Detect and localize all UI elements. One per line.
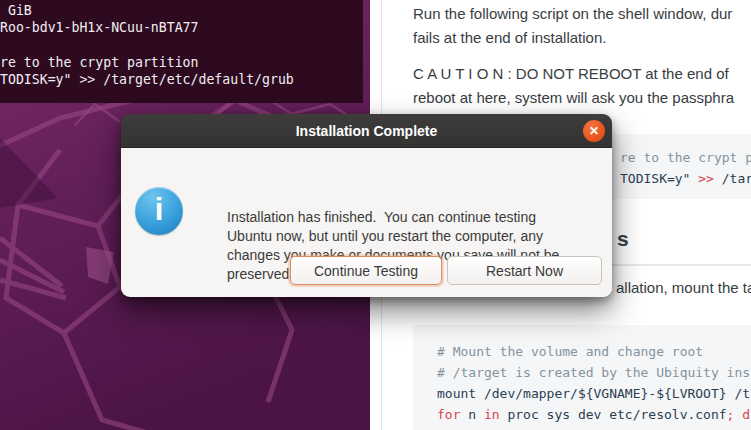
terminal-line: [0, 36, 363, 53]
code-line: for n in proc sys dev etc/resolv.conf; d: [437, 404, 751, 425]
code-line: # Mount the volume and change root: [437, 341, 751, 362]
doc-paragraph-line: Run the following script on the shell wi…: [413, 4, 732, 24]
dialog-title: Installation Complete: [121, 114, 612, 148]
installation-complete-dialog: Installation Complete ✕ i Installation h…: [121, 114, 612, 297]
dialog-message-line: Ubuntu now, but until you restart the co…: [227, 227, 559, 246]
terminal-line: re to the crypt partition: [0, 54, 363, 71]
doc-paragraph-fragment: allation, mount the ta: [616, 278, 751, 298]
code-line: re to the crypt pa: [620, 147, 751, 168]
doc-caution-line: reboot at here, system will ask you the …: [413, 88, 734, 108]
dialog-titlebar[interactable]: Installation Complete ✕: [121, 114, 612, 148]
doc-caution-line: C A U T I O N : DO NOT REBOOT at the end…: [413, 64, 729, 84]
doc-paragraph-line: fails at the end of installation.: [413, 28, 606, 48]
desktop: GiB Roo-bdv1-bH1x-NCuu-nBTA77 re to the …: [0, 0, 751, 430]
terminal-window[interactable]: GiB Roo-bdv1-bH1x-NCuu-nBTA77 re to the …: [0, 0, 363, 103]
terminal-line: GiB: [0, 2, 363, 19]
close-icon: ✕: [589, 124, 599, 138]
terminal-line: Roo-bdv1-bH1x-NCuu-nBTA77: [0, 19, 363, 36]
info-icon-glyph: i: [155, 192, 164, 227]
code-line: chroot /target /bin/bash: [437, 425, 751, 430]
close-button[interactable]: ✕: [583, 120, 605, 142]
section-heading-fragment: s: [617, 227, 629, 251]
dialog-message-line: Installation has finished. You can conti…: [227, 208, 559, 227]
continue-testing-button[interactable]: Continue Testing: [290, 256, 442, 285]
code-line: # /target is created by the Ubiquity ins: [437, 362, 751, 383]
dialog-body: i Installation has finished. You can con…: [121, 148, 612, 297]
code-line: TODISK=y" >> /targ: [620, 168, 751, 189]
terminal-line: TODISK=y" >> /target/etc/default/grub: [0, 71, 363, 88]
code-line: mount /dev/mapper/${VGNAME}-${LVROOT} /t: [437, 383, 751, 404]
info-icon: i: [135, 187, 183, 235]
code-block-mount: # Mount the volume and change root# /tar…: [413, 325, 751, 430]
restart-now-button[interactable]: Restart Now: [447, 256, 602, 285]
